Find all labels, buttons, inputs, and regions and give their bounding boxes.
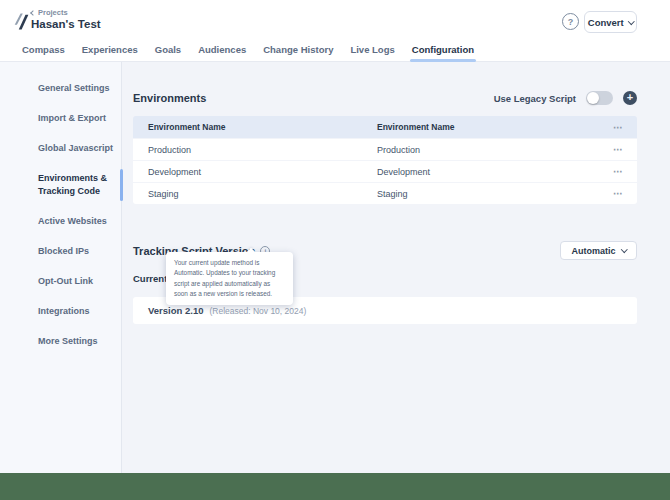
row-menu-icon[interactable]: ⋯: [601, 166, 637, 177]
sidebar-item-integrations[interactable]: Integrations: [0, 305, 121, 318]
update-method-value: Automatic: [571, 246, 615, 256]
sidebar-item-opt-out-link[interactable]: Opt-Out Link: [0, 275, 121, 288]
use-legacy-script-label: Use Legacy Script: [494, 93, 576, 104]
version-number: Version 2.10: [148, 305, 203, 316]
tab-bar: Compass Experiences Goals Audiences Chan…: [0, 40, 670, 62]
tab-goals[interactable]: Goals: [155, 44, 181, 61]
table-row: Production Production ⋯: [133, 139, 637, 160]
row-menu-icon[interactable]: ⋯: [601, 144, 637, 155]
settings-sidebar: General Settings Import & Export Global …: [0, 62, 122, 473]
tab-change-history[interactable]: Change History: [263, 44, 333, 61]
environments-table: Environment Name Environment Name ⋯ Prod…: [133, 116, 637, 204]
sidebar-item-more-settings[interactable]: More Settings: [0, 335, 121, 348]
tab-audiences[interactable]: Audiences: [198, 44, 246, 61]
chevron-down-icon: [628, 18, 634, 24]
table-header-row: Environment Name Environment Name ⋯: [133, 116, 637, 138]
convert-dropdown-button[interactable]: Convert: [584, 11, 637, 33]
column-header-environment-name-2: Environment Name: [377, 122, 601, 132]
main-content: Environments Use Legacy Script + Environ…: [133, 62, 637, 324]
environment-name-cell: Development: [133, 167, 377, 177]
version-release-date: (Released: Nov 10, 2024): [209, 306, 306, 316]
update-method-dropdown[interactable]: Automatic: [560, 241, 637, 260]
environments-section-title: Environments: [133, 92, 206, 104]
environment-name-cell: Staging: [133, 189, 377, 199]
sidebar-item-global-javascript[interactable]: Global Javascript: [0, 142, 121, 155]
tab-experiences[interactable]: Experiences: [82, 44, 138, 61]
tab-compass[interactable]: Compass: [22, 44, 65, 61]
environment-name-cell-2: Development: [377, 167, 601, 177]
help-icon[interactable]: ?: [562, 13, 579, 30]
page-title: Hasan's Test: [31, 18, 101, 30]
chevron-left-icon: [30, 10, 36, 16]
sidebar-item-active-websites[interactable]: Active Websites: [0, 215, 121, 228]
table-row: Staging Staging ⋯: [133, 183, 637, 204]
update-method-tooltip: Your current update method is Automatic.…: [166, 252, 293, 305]
sidebar-item-blocked-ips[interactable]: Blocked IPs: [0, 245, 121, 258]
use-legacy-script-toggle[interactable]: [586, 91, 613, 105]
top-header: Projects Hasan's Test ? Convert: [0, 0, 670, 40]
column-header-environment-name-1: Environment Name: [133, 122, 377, 132]
toggle-knob: [587, 92, 599, 104]
app-window: Projects Hasan's Test ? Convert Compass …: [0, 0, 670, 473]
sidebar-item-import-export[interactable]: Import & Export: [0, 112, 121, 125]
table-row: Development Development ⋯: [133, 161, 637, 182]
breadcrumb[interactable]: Projects: [31, 8, 68, 17]
tab-live-logs[interactable]: Live Logs: [350, 44, 394, 61]
convert-logo-icon: [12, 11, 30, 36]
environment-name-cell-2: Production: [377, 145, 601, 155]
row-menu-icon[interactable]: ⋯: [601, 188, 637, 199]
chevron-down-icon: [621, 246, 627, 252]
sidebar-item-general-settings[interactable]: General Settings: [0, 82, 121, 95]
environment-name-cell-2: Staging: [377, 189, 601, 199]
environment-name-cell: Production: [133, 145, 377, 155]
add-environment-button[interactable]: +: [623, 91, 637, 105]
desktop-background-strip: [0, 473, 670, 500]
convert-button-label: Convert: [588, 17, 624, 28]
tab-configuration[interactable]: Configuration: [412, 44, 474, 61]
header-row-menu-icon[interactable]: ⋯: [601, 122, 637, 133]
breadcrumb-label: Projects: [38, 8, 68, 17]
sidebar-item-environments-tracking-code[interactable]: Environments & Tracking Code: [0, 172, 121, 198]
